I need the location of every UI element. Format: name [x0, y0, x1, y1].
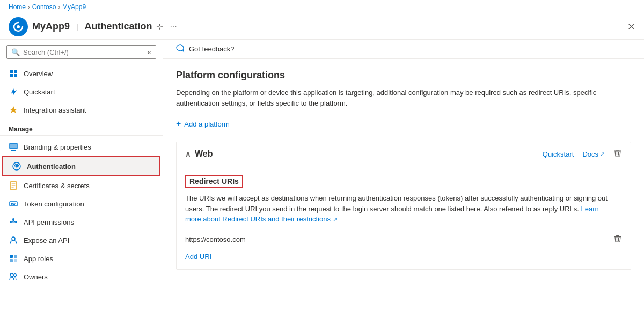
- approles-icon: [9, 254, 18, 263]
- sidebar-item-token[interactable]: Token configuration: [0, 195, 163, 213]
- svg-point-17: [15, 221, 17, 223]
- nav-general: Overview Quickstart Integration assistan…: [0, 64, 163, 119]
- breadcrumb-home[interactable]: Home: [9, 3, 26, 11]
- add-platform-label: Add a platform: [184, 120, 230, 128]
- platform-title-web: ∧ Web: [185, 149, 213, 159]
- search-input[interactable]: [23, 48, 144, 56]
- add-icon: +: [176, 119, 181, 129]
- svg-rect-8: [11, 150, 16, 151]
- sidebar-item-owners[interactable]: Owners: [0, 268, 163, 286]
- manage-section-label: Manage: [0, 119, 163, 135]
- svg-rect-28: [616, 235, 619, 236]
- sidebar-overview-label: Overview: [24, 70, 53, 78]
- svg-point-25: [14, 274, 17, 277]
- svg-point-18: [12, 218, 14, 220]
- authentication-icon: [12, 161, 21, 171]
- svg-rect-5: [14, 74, 17, 77]
- content-area: Got feedback? Platform configurations De…: [163, 40, 644, 333]
- sidebar-item-approles[interactable]: App roles: [0, 249, 163, 268]
- platform-actions: Quickstart Docs ↗: [543, 149, 622, 159]
- add-uri-button[interactable]: Add URI: [185, 253, 211, 261]
- collapse-icon[interactable]: ∧: [185, 150, 191, 158]
- breadcrumb-myapp[interactable]: MyApp9: [62, 3, 86, 11]
- nav-manage: Branding & properties Authentication: [0, 138, 163, 286]
- svg-rect-15: [13, 204, 15, 205]
- branding-icon: [9, 142, 18, 152]
- uri-row: https://contoso.com: [185, 231, 622, 248]
- overview-icon: [9, 69, 18, 78]
- add-platform-button[interactable]: + Add a platform: [176, 119, 631, 129]
- web-platform-card: ∧ Web Quickstart Docs ↗: [176, 142, 631, 270]
- sidebar-item-quickstart[interactable]: Quickstart: [0, 83, 163, 101]
- svg-point-10: [16, 165, 18, 168]
- top-bar: MyApp9 | Authentication ⊹ ··· ✕: [0, 14, 644, 40]
- sidebar-item-expose[interactable]: Expose an API: [0, 231, 163, 249]
- svg-point-1: [17, 25, 20, 28]
- sidebar-expose-label: Expose an API: [24, 236, 69, 245]
- delete-uri-button[interactable]: [613, 234, 622, 245]
- quickstart-icon: [9, 87, 18, 97]
- redirect-uris-label: Redirect URIs: [185, 175, 243, 188]
- api-icon: [9, 217, 18, 227]
- quickstart-link[interactable]: Quickstart: [543, 150, 574, 158]
- collapse-sidebar-button[interactable]: «: [147, 48, 151, 56]
- redirect-desc-text: The URIs we will accept as destinations …: [185, 194, 608, 213]
- delete-web-platform-button[interactable]: [613, 149, 622, 159]
- platform-card-header: ∧ Web Quickstart Docs ↗: [177, 142, 631, 166]
- redirect-desc: The URIs we will accept as destinations …: [185, 193, 614, 225]
- page-title-app: MyApp9: [32, 21, 70, 32]
- svg-rect-23: [14, 259, 17, 262]
- svg-point-24: [10, 273, 13, 277]
- sidebar-approles-label: App roles: [24, 255, 53, 263]
- owners-icon: [9, 272, 18, 282]
- platform-card-body: Redirect URIs The URIs we will accept as…: [177, 166, 631, 269]
- docs-link[interactable]: Docs ↗: [582, 150, 605, 158]
- breadcrumb-contoso[interactable]: Contoso: [32, 3, 56, 11]
- sidebar-token-label: Token configuration: [24, 200, 84, 208]
- svg-rect-22: [10, 259, 13, 262]
- svg-rect-2: [10, 70, 13, 73]
- sidebar-item-overview[interactable]: Overview: [0, 64, 163, 83]
- external-link-icon-2: ↗: [333, 216, 338, 223]
- sidebar-integration-label: Integration assistant: [24, 106, 86, 114]
- platform-config-title: Platform configurations: [176, 70, 631, 81]
- sidebar: 🔍 « Overview Quickstart: [0, 40, 163, 333]
- svg-point-19: [12, 237, 15, 240]
- app-logo: [9, 17, 28, 36]
- content-main: Platform configurations Depending on the…: [163, 59, 644, 280]
- svg-rect-21: [14, 255, 17, 258]
- more-options-icon[interactable]: ···: [170, 22, 177, 32]
- svg-rect-6: [10, 143, 17, 149]
- search-icon: 🔍: [11, 48, 20, 56]
- feedback-text[interactable]: Got feedback?: [189, 45, 235, 53]
- sidebar-item-authentication[interactable]: Authentication: [3, 157, 159, 175]
- svg-point-13: [11, 203, 13, 205]
- pin-icon[interactable]: ⊹: [156, 21, 163, 32]
- sidebar-authentication-label: Authentication: [27, 162, 76, 171]
- title-separator: |: [76, 23, 78, 31]
- search-area: 🔍 «: [0, 40, 163, 64]
- uri-value: https://contoso.com: [185, 235, 246, 243]
- expose-icon: [9, 235, 18, 245]
- close-button[interactable]: ✕: [627, 21, 635, 32]
- breadcrumb: Home › Contoso › MyApp9: [0, 0, 644, 14]
- sidebar-quickstart-label: Quickstart: [24, 88, 55, 96]
- sidebar-item-api[interactable]: API permissions: [0, 213, 163, 231]
- sidebar-item-integration[interactable]: Integration assistant: [0, 101, 163, 119]
- sidebar-item-certificates[interactable]: Certificates & secrets: [0, 176, 163, 195]
- svg-rect-20: [10, 255, 13, 258]
- certificates-icon: [9, 181, 18, 190]
- external-link-icon: ↗: [600, 151, 605, 158]
- integration-icon: [9, 105, 18, 115]
- sidebar-certificates-label: Certificates & secrets: [24, 182, 90, 190]
- svg-rect-26: [616, 150, 619, 151]
- svg-rect-3: [14, 70, 17, 73]
- sidebar-branding-label: Branding & properties: [24, 143, 91, 151]
- sidebar-owners-label: Owners: [24, 273, 48, 281]
- token-icon: [9, 199, 18, 209]
- docs-label: Docs: [582, 150, 598, 158]
- svg-rect-4: [10, 74, 13, 77]
- feedback-bar: Got feedback?: [163, 40, 644, 59]
- sidebar-item-branding[interactable]: Branding & properties: [0, 138, 163, 156]
- web-label: Web: [195, 149, 213, 159]
